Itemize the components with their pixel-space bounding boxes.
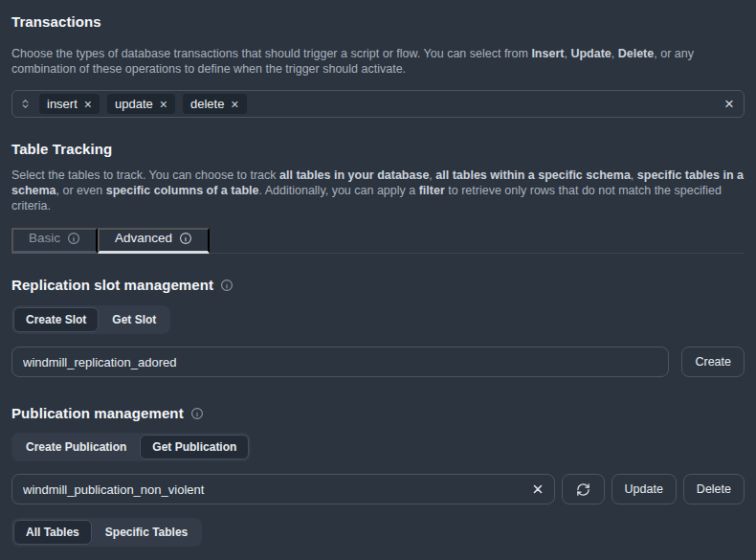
toggle-create-slot[interactable]: Create Slot bbox=[13, 307, 99, 332]
table-tracking-section: Table Tracking Select the tables to trac… bbox=[11, 141, 745, 254]
publication-input-row: Update Delete bbox=[11, 474, 745, 504]
table-tracking-tabs: Basic Advanced bbox=[11, 228, 745, 254]
delete-publication-button[interactable]: Delete bbox=[683, 474, 745, 504]
tag-delete: delete × bbox=[183, 94, 247, 114]
update-publication-button[interactable]: Update bbox=[611, 474, 677, 504]
info-icon[interactable] bbox=[179, 232, 192, 245]
tab-advanced[interactable]: Advanced bbox=[98, 228, 210, 254]
tag-label: update bbox=[115, 97, 153, 111]
tab-basic[interactable]: Basic bbox=[11, 228, 98, 254]
clear-publication-name-button[interactable] bbox=[529, 481, 546, 498]
toggle-create-publication[interactable]: Create Publication bbox=[13, 435, 139, 459]
toggle-all-tables[interactable]: All Tables bbox=[13, 520, 92, 545]
info-icon[interactable] bbox=[67, 232, 80, 245]
remove-tag-update-button[interactable]: × bbox=[160, 98, 167, 111]
tab-basic-label: Basic bbox=[29, 231, 60, 245]
tab-advanced-label: Advanced bbox=[115, 231, 172, 245]
publication-mode-toggle: Create Publication Get Publication bbox=[11, 433, 251, 461]
refresh-publication-button[interactable] bbox=[562, 474, 605, 504]
table-tracking-title: Table Tracking bbox=[11, 141, 745, 157]
replication-slot-section: Replication slot management Create Slot … bbox=[11, 277, 745, 377]
replication-slot-title: Replication slot management bbox=[11, 277, 745, 293]
transactions-description: Choose the types of database transaction… bbox=[11, 46, 745, 77]
tag-insert: insert × bbox=[39, 94, 100, 114]
x-icon bbox=[531, 482, 545, 496]
publication-title-text: Publication management bbox=[11, 405, 184, 421]
publication-section: Publication management Create Publicatio… bbox=[11, 405, 745, 547]
publication-name-input[interactable] bbox=[11, 474, 555, 504]
chevrons-up-down-icon bbox=[19, 98, 32, 110]
slot-mode-toggle: Create Slot Get Slot bbox=[11, 305, 170, 334]
publication-title: Publication management bbox=[11, 405, 745, 421]
remove-tag-delete-button[interactable]: × bbox=[231, 98, 238, 111]
tag-update: update × bbox=[107, 94, 175, 114]
toggle-get-publication[interactable]: Get Publication bbox=[140, 435, 249, 459]
transactions-multiselect[interactable]: insert × update × delete × × bbox=[11, 90, 745, 118]
replication-slot-title-text: Replication slot management bbox=[11, 277, 213, 293]
transactions-title: Transactions bbox=[11, 13, 745, 30]
tables-scope-toggle: All Tables Specific Tables bbox=[11, 518, 202, 547]
table-tracking-description: Select the tables to track. You can choo… bbox=[11, 168, 745, 213]
slot-input-row: Create bbox=[11, 347, 745, 377]
tag-label: delete bbox=[190, 97, 224, 111]
table-tracking-title-text: Table Tracking bbox=[11, 141, 112, 157]
trigger-settings-panel: Transactions Choose the types of databas… bbox=[11, 13, 745, 547]
transactions-section: Transactions Choose the types of databas… bbox=[11, 13, 745, 118]
tag-label: insert bbox=[47, 97, 78, 111]
clear-all-tags-button[interactable]: × bbox=[724, 96, 734, 112]
transactions-title-text: Transactions bbox=[11, 13, 101, 30]
slot-name-input[interactable] bbox=[11, 347, 669, 377]
info-icon[interactable] bbox=[190, 407, 204, 420]
remove-tag-insert-button[interactable]: × bbox=[84, 98, 92, 111]
create-slot-button[interactable]: Create bbox=[681, 347, 745, 377]
info-icon[interactable] bbox=[220, 279, 233, 292]
toggle-specific-tables[interactable]: Specific Tables bbox=[93, 520, 200, 545]
refresh-icon bbox=[576, 482, 590, 497]
publication-input-wrap bbox=[11, 474, 555, 504]
toggle-get-slot[interactable]: Get Slot bbox=[100, 307, 168, 332]
